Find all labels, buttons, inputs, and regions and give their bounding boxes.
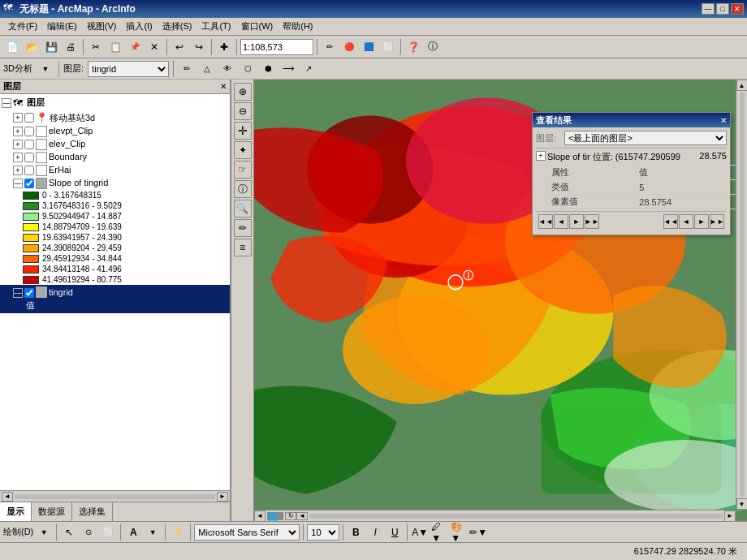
minimize-button[interactable]: — (702, 3, 715, 15)
add-data-button[interactable]: ✚ (215, 38, 233, 56)
hyperlink-button[interactable]: ✏ (234, 219, 252, 237)
draw-tool-3[interactable]: 👁 (218, 60, 236, 78)
maximize-button[interactable]: □ (716, 3, 729, 15)
full-extent-button[interactable]: ✦ (234, 141, 252, 159)
scroll-track-indicator[interactable]: ◄ (296, 512, 308, 520)
cut-button[interactable]: ✂ (87, 38, 105, 56)
map-area[interactable]: ⓘ 查看结果 ✕ 图层: <最上面的图层> + (254, 80, 747, 521)
undo-button[interactable]: ↩ (171, 38, 188, 56)
scroll-left-map[interactable]: ◄ (254, 510, 266, 522)
fullextent-button[interactable]: ⬜ (379, 38, 397, 56)
popup-prev-btn[interactable]: ◄ (554, 214, 568, 229)
scroll-right-map[interactable]: ► (724, 510, 736, 522)
line-color-btn[interactable]: ✏▼ (469, 523, 487, 541)
draw-tool-a[interactable]: ⊙ (80, 523, 97, 541)
elev-checkbox[interactable] (24, 140, 34, 149)
popup-entry-expander[interactable]: + (536, 151, 546, 161)
bold-button[interactable]: B (347, 523, 365, 541)
map-vertical-scrollbar[interactable]: ▲ ▼ (736, 80, 747, 510)
pan-button[interactable]: ✛ (234, 122, 252, 140)
font-select[interactable]: Microsoft Sans Serif (194, 524, 300, 541)
popup-last-btn[interactable]: ►► (585, 214, 599, 229)
help-button[interactable]: ❓ (404, 38, 422, 56)
popup-prev-btn-r[interactable]: ◄ (679, 214, 693, 229)
mobile-expander[interactable]: + (13, 113, 23, 123)
erhai-expander[interactable]: + (13, 166, 23, 175)
popup-next-btn-r[interactable]: ► (694, 214, 709, 229)
map-icon-1[interactable]: 🌐 (267, 512, 283, 520)
tab-datasource[interactable]: 数据源 (32, 502, 72, 521)
find-button[interactable]: 🔍 (234, 200, 252, 218)
map-horizontal-scrollbar[interactable]: ◄ 🌐 ↻ ◄ ► (254, 510, 736, 521)
elevpt-expander[interactable]: + (13, 127, 23, 136)
elev-expander[interactable]: + (13, 140, 23, 149)
scroll-down-map[interactable]: ▼ (736, 498, 748, 510)
analysis-dropdown-btn[interactable]: ▼ (37, 60, 54, 78)
scale-input[interactable] (240, 39, 313, 55)
toc-close-button[interactable]: ✕ (220, 82, 227, 91)
close-button[interactable]: ✕ (731, 3, 744, 15)
copy-button[interactable]: 📋 (106, 38, 124, 56)
font-color-btn[interactable]: A▼ (411, 523, 429, 541)
highlight-btn[interactable]: 🖊▼ (430, 523, 448, 541)
open-button[interactable]: 📂 (23, 38, 41, 56)
fill-color-btn[interactable]: 🎨▼ (450, 523, 468, 541)
popup-first-btn[interactable]: ◄◄ (538, 214, 553, 229)
draw-cursor-btn[interactable]: ↖ (60, 523, 78, 541)
edit-text-btn[interactable]: ⚡ (169, 523, 187, 541)
root-expander[interactable]: — (2, 98, 11, 108)
scroll-right[interactable]: ► (217, 492, 228, 502)
draw-dropdown[interactable]: ▼ (35, 523, 53, 541)
underline-button[interactable]: U (386, 523, 404, 541)
delete-button[interactable]: ✕ (145, 38, 163, 56)
italic-button[interactable]: I (366, 523, 384, 541)
print-button[interactable]: 🖨 (62, 38, 80, 56)
layer2d-button[interactable]: 🟦 (360, 38, 378, 56)
boundary-expander[interactable]: + (13, 153, 23, 162)
refresh-btn[interactable]: ↻ (285, 512, 296, 520)
draw-tool-5[interactable]: ⬢ (259, 60, 277, 78)
slope-checkbox[interactable] (24, 179, 34, 188)
elevpt-checkbox[interactable] (24, 127, 34, 136)
menu-edit[interactable]: 编辑(E) (42, 19, 82, 34)
identify-button[interactable]: ⓘ (234, 180, 252, 198)
tingrid-layer-item[interactable]: — tingrid (0, 285, 230, 299)
tingrid-checkbox[interactable] (24, 288, 34, 298)
layer-dropdown[interactable]: tingrid (88, 61, 169, 77)
zoom-out-button[interactable]: ⊖ (234, 102, 252, 120)
menu-view[interactable]: 视图(V) (82, 19, 122, 34)
text-btn[interactable]: A (124, 523, 142, 541)
editor-button[interactable]: ✏ (321, 38, 339, 56)
menu-file[interactable]: 文件(F) (3, 19, 42, 34)
popup-layer-select[interactable]: <最上面的图层> (564, 131, 727, 145)
tab-display[interactable]: 显示 (0, 502, 32, 521)
draw-tool-b[interactable]: ⬜ (99, 523, 117, 541)
text-arrow[interactable]: ▼ (144, 523, 162, 541)
new-button[interactable]: 📄 (3, 38, 21, 56)
menu-help[interactable]: 帮助(H) (278, 19, 317, 34)
popup-last-btn-r[interactable]: ►► (710, 214, 724, 229)
menu-tools[interactable]: 工具(T) (196, 19, 235, 34)
select-button[interactable]: ☞ (234, 161, 252, 179)
vscroll-track[interactable] (740, 93, 745, 497)
mobile-checkbox[interactable] (24, 113, 34, 123)
font-size-select[interactable]: 10 (307, 524, 339, 541)
hscroll-track[interactable] (309, 514, 723, 519)
save-button[interactable]: 💾 (42, 38, 60, 56)
menu-insert[interactable]: 插入(I) (121, 19, 157, 34)
draw-tool-7[interactable]: ↗ (300, 60, 317, 78)
draw-tool-2[interactable]: △ (198, 60, 216, 78)
identify-toolbar[interactable]: ⓘ (424, 38, 442, 56)
redo-button[interactable]: ↪ (190, 38, 208, 56)
zoom-in-button[interactable]: ⊕ (234, 83, 252, 101)
boundary-checkbox[interactable] (24, 153, 34, 162)
tab-selection[interactable]: 选择集 (72, 502, 113, 521)
draw-tool-4[interactable]: ⬡ (239, 60, 257, 78)
menu-select[interactable]: 选择(S) (158, 19, 197, 34)
measure-button[interactable]: ≡ (234, 239, 252, 256)
popup-first-btn-r[interactable]: ◄◄ (663, 214, 678, 229)
erhai-checkbox[interactable] (24, 166, 34, 175)
slope-expander[interactable]: — (13, 179, 23, 188)
scroll-up-map[interactable]: ▲ (736, 80, 748, 91)
toc-hscroll[interactable]: ◄ ► (0, 490, 230, 502)
